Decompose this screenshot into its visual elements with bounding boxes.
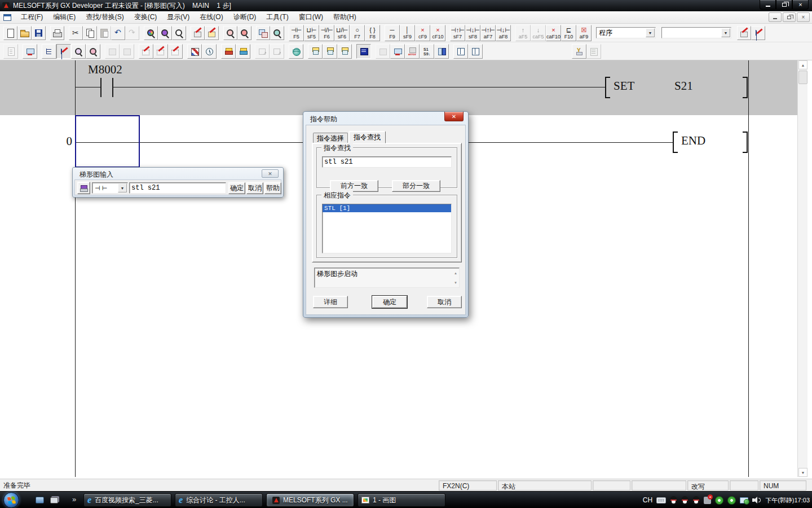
ok-button[interactable]: 确定 [372, 296, 407, 308]
qq-icon[interactable] [692, 496, 700, 505]
block-display-button[interactable] [468, 44, 483, 59]
copy-button[interactable] [83, 26, 97, 40]
start-button[interactable] [3, 492, 19, 508]
taskbar-task[interactable]: 百度视频搜索_三菱... [83, 493, 171, 507]
device-comment-edit-button[interactable] [139, 44, 153, 59]
start-web-button[interactable] [289, 44, 303, 59]
spin-down-icon[interactable]: ▼ [454, 281, 457, 284]
print-button[interactable] [50, 26, 64, 40]
ladder-symbol-F7-button[interactable]: ○F7 [350, 25, 365, 41]
wiring-list-button[interactable] [751, 26, 765, 40]
close-button[interactable]: ✕ [444, 112, 464, 121]
ladder-symbol-sF8-button[interactable]: ⊣↓⊢sF8 [465, 25, 480, 41]
symbol-combo[interactable]: ⊣ ⊢ ▼ [92, 182, 128, 194]
menu-item[interactable]: 工程(F) [16, 11, 48, 23]
ladder-symbol-F6-button[interactable]: ⊣/⊢F6 [319, 25, 334, 41]
find-replace-button[interactable] [158, 26, 172, 40]
ladder-symbol-sF7-button[interactable]: ⊣↑⊢sF7 [450, 25, 465, 41]
restore-button[interactable] [776, 0, 792, 10]
ladder-symbol-F8-button[interactable]: { }F8 [365, 25, 380, 41]
note-edit-button[interactable] [168, 44, 183, 59]
taskbar-task[interactable]: 1 - 画图 [358, 493, 445, 507]
toolbar-chevron[interactable]: » [72, 495, 76, 503]
player-icon[interactable] [727, 496, 736, 505]
menu-item[interactable]: 窗口(W) [294, 11, 328, 23]
symbol-stamp-button[interactable] [77, 182, 90, 194]
keyboard-icon[interactable] [656, 497, 666, 503]
menu-item[interactable]: 在线(O) [195, 11, 228, 23]
close-button[interactable]: × [792, 0, 809, 10]
qq-icon[interactable] [681, 496, 689, 505]
taskbar-task[interactable]: 综合讨论 - 工控人... [175, 493, 263, 507]
ladder-symbol-aF7-button[interactable]: ⊣↑⊢aF7 [480, 25, 496, 41]
device-test-y-button[interactable] [572, 44, 586, 59]
save-button[interactable] [32, 26, 46, 40]
cancel-button[interactable]: 取消 [246, 182, 263, 194]
menu-item[interactable]: 变换(C) [129, 11, 162, 23]
volume-icon[interactable] [752, 496, 761, 504]
front-match-button[interactable]: 前方一致 [330, 180, 378, 192]
ladder-symbol-sF6-button[interactable]: ⊔/⊢sF6 [334, 25, 350, 41]
chevron-down-icon[interactable]: ▼ [118, 183, 127, 192]
monitor-start-button[interactable] [337, 44, 352, 59]
zoom-out-button[interactable] [223, 26, 237, 40]
device-test-button[interactable] [205, 26, 219, 40]
menu-item[interactable]: 诊断(D) [228, 11, 262, 23]
device-write-button[interactable] [191, 26, 205, 40]
ladder-symbol-sF5-button[interactable]: ⊔⊢sF5 [304, 25, 319, 41]
detail-button[interactable]: 详细 [313, 296, 348, 308]
statement-edit-button[interactable] [153, 44, 168, 59]
partition-button[interactable] [434, 44, 449, 59]
ladder-symbol-aF8-button[interactable]: ⊣↓⊢aF8 [496, 25, 511, 41]
read-mode-button[interactable] [71, 44, 86, 59]
error-jump-button[interactable] [405, 44, 420, 59]
help-button[interactable]: 帮助 [264, 182, 281, 194]
ladder-mode-button[interactable] [42, 44, 56, 59]
open-button[interactable] [17, 26, 32, 40]
program-combo[interactable]: 程序 ▼ [596, 27, 656, 38]
ladder-symbol-sF9-button[interactable]: │sF9 [400, 25, 415, 41]
ladder-symbol-cF10-button[interactable]: ×cF10 [430, 25, 445, 41]
chevron-down-icon[interactable]: ▼ [721, 28, 730, 37]
scroll-down-button[interactable]: ▼ [798, 468, 807, 477]
menu-item[interactable]: 工具(T) [261, 11, 293, 23]
write-mode-button[interactable] [86, 44, 100, 59]
transfer-setup-button[interactable] [23, 44, 37, 59]
zoom-in-button[interactable] [237, 26, 251, 40]
instruction-list[interactable]: STL [1] [322, 204, 452, 253]
ladder-symbol-cF9-button[interactable]: ×cF9 [415, 25, 430, 41]
close-button[interactable]: ✕ [262, 169, 279, 178]
tab-instruction-select[interactable]: 指令选择 [313, 133, 348, 143]
mdi-minimize-button[interactable] [769, 12, 782, 22]
cascade-windows-button[interactable] [256, 26, 270, 40]
scroll-up-button[interactable]: ▲ [798, 60, 807, 69]
sfc-step-button[interactable] [420, 44, 434, 59]
cancel-button[interactable]: 取消 [427, 296, 462, 308]
menu-item[interactable]: 显示(V) [162, 11, 195, 23]
minimize-button[interactable] [760, 0, 776, 10]
cut-button[interactable] [69, 26, 83, 40]
new-button[interactable] [3, 26, 17, 40]
monitor-mode-button[interactable] [308, 44, 323, 59]
clock-setting-button[interactable] [202, 44, 217, 59]
offline-icon[interactable] [704, 497, 711, 504]
secondary-combo[interactable]: ▼ [661, 27, 731, 38]
comment-edit-button[interactable] [737, 26, 751, 40]
vertical-scrollbar[interactable]: ▲ ▼ [797, 60, 807, 477]
mdi-restore-button[interactable] [783, 12, 796, 22]
menu-item[interactable]: 帮助(H) [328, 11, 361, 23]
find-project-button[interactable] [270, 26, 284, 40]
undo-button[interactable] [111, 26, 125, 40]
menu-item[interactable]: 查找/替换(S) [81, 11, 129, 23]
menu-item[interactable]: 编辑(E) [48, 11, 81, 23]
ladder-cursor[interactable] [75, 115, 140, 168]
ladder-edit-mode-button[interactable] [56, 44, 71, 59]
find-color-button[interactable] [144, 26, 158, 40]
spin-up-icon[interactable]: ▲ [454, 271, 457, 275]
qq-icon[interactable] [670, 496, 677, 505]
ladder-symbol-F9-button[interactable]: ─F9 [385, 25, 400, 41]
program-write-button[interactable] [221, 44, 236, 59]
network-icon[interactable] [740, 497, 748, 503]
quicklaunch-windows-button[interactable] [48, 495, 60, 505]
taskbar-clock[interactable]: 下午(郭静)17:03 [765, 496, 810, 505]
